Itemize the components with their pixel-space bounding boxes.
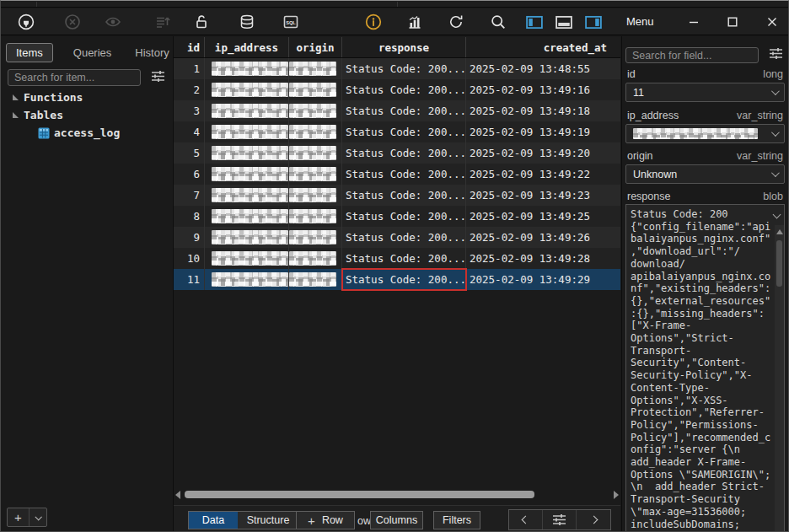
- data-grid: id ip_address origin response created_at…: [174, 36, 620, 505]
- cell-response: Status Code: 200...: [342, 142, 466, 164]
- cell-ip-address: [205, 121, 289, 142]
- cell-response: Status Code: 200...: [342, 121, 466, 142]
- table-row[interactable]: 8 Status Code: 200... 2025-02-09 13:49:2…: [174, 206, 620, 227]
- table-row[interactable]: 11 Status Code: 200... 2025-02-09 13:49:…: [174, 269, 620, 290]
- scrollbar-thumb[interactable]: [185, 491, 534, 498]
- cell-origin: [289, 100, 342, 121]
- table-row[interactable]: 10 Status Code: 200... 2025-02-09 13:49:…: [174, 248, 620, 269]
- column-header-origin[interactable]: origin: [289, 37, 342, 57]
- expand-arrow-icon[interactable]: [13, 94, 19, 100]
- cell-id: 5: [174, 142, 205, 164]
- horizontal-scrollbar[interactable]: [174, 489, 620, 500]
- layout-bottom-panel-icon[interactable]: [556, 13, 572, 30]
- scrollbar-thumb[interactable]: [776, 240, 782, 287]
- response-preview: Status Code: 200...: [346, 62, 466, 75]
- response-preview: Status Code: 200...: [346, 210, 466, 223]
- table-row[interactable]: 5 Status Code: 200... 2025-02-09 13:49:2…: [174, 142, 620, 164]
- cell-id: 8: [174, 206, 205, 227]
- redacted-ip-value: [212, 251, 288, 266]
- page-settings-button[interactable]: [543, 510, 577, 529]
- redacted-origin-value: [289, 251, 336, 266]
- cell-origin: [289, 269, 342, 290]
- visibility-icon[interactable]: [105, 13, 121, 30]
- blob-scrollbar[interactable]: [775, 225, 784, 532]
- maximize-button[interactable]: [722, 12, 743, 32]
- field-select-origin[interactable]: Unknown: [625, 164, 785, 184]
- view-mode-tabs: Data Structure: [188, 511, 299, 529]
- table-row[interactable]: 7 Status Code: 200... 2025-02-09 13:49:2…: [174, 185, 620, 206]
- filter-sliders-icon[interactable]: [769, 47, 783, 63]
- redacted-ip-value: [212, 62, 288, 76]
- table-row[interactable]: 9 Status Code: 200... 2025-02-09 13:49:2…: [174, 227, 620, 248]
- database-icon[interactable]: [239, 13, 255, 30]
- table-row[interactable]: 3 Status Code: 200... 2025-02-09 13:49:1…: [174, 100, 620, 121]
- cell-id: 7: [174, 185, 205, 206]
- layout-left-panel-icon[interactable]: [526, 13, 543, 30]
- tab-items[interactable]: Items: [6, 43, 53, 62]
- column-header-ip-address[interactable]: ip_address: [205, 37, 289, 57]
- columns-button[interactable]: Columns: [370, 511, 423, 529]
- blob-content[interactable]: Status Code: 200 {"config_filename":"api…: [631, 208, 773, 532]
- scroll-right-arrow[interactable]: [614, 491, 619, 499]
- scroll-left-arrow[interactable]: [175, 491, 180, 499]
- minimize-button[interactable]: [683, 12, 705, 32]
- table-row[interactable]: 1 Status Code: 200... 2025-02-09 13:48:5…: [174, 58, 620, 79]
- tree-node-functions[interactable]: Functions: [1, 89, 173, 106]
- column-header-response[interactable]: response: [342, 37, 466, 57]
- tab-queries[interactable]: Queries: [70, 44, 115, 62]
- add-row-button[interactable]: + Row: [296, 511, 355, 529]
- lock-open-icon[interactable]: [193, 13, 210, 30]
- close-button[interactable]: [761, 12, 783, 32]
- response-preview: Status Code: 200...: [346, 83, 466, 96]
- info-icon[interactable]: [365, 13, 382, 30]
- redacted-origin-value: [289, 209, 336, 223]
- power-connection-icon[interactable]: [18, 13, 35, 30]
- tab-data[interactable]: Data: [189, 512, 238, 529]
- cell-id: 4: [174, 121, 205, 142]
- tab-history[interactable]: History: [132, 44, 172, 62]
- column-header-created-at[interactable]: created_at: [466, 37, 620, 57]
- column-header-id[interactable]: id: [174, 37, 205, 57]
- cell-id: 11: [174, 269, 205, 290]
- chevron-down-icon: [771, 128, 780, 137]
- sql-console-icon[interactable]: SQL: [282, 13, 299, 30]
- field-name: ip_address: [627, 110, 679, 121]
- filter-sliders-icon[interactable]: [151, 70, 165, 86]
- tree-node-tables[interactable]: Tables: [1, 106, 173, 124]
- search-icon[interactable]: [490, 13, 507, 30]
- filters-button[interactable]: Filters: [433, 511, 480, 529]
- cell-response: Status Code: 200...: [342, 79, 466, 100]
- cell-origin: [289, 58, 342, 79]
- scroll-up-arrow[interactable]: [776, 229, 783, 234]
- field-search-input[interactable]: [625, 47, 759, 63]
- disconnect-icon[interactable]: [64, 13, 81, 30]
- redacted-ip-value: [212, 83, 288, 97]
- tree-node-access-log[interactable]: access_log: [1, 124, 173, 142]
- table-grid-icon: [38, 127, 50, 139]
- log-export-icon[interactable]: [154, 13, 171, 30]
- menu-button[interactable]: Menu: [626, 15, 654, 28]
- field-name: id: [627, 68, 636, 80]
- table-row[interactable]: 4 Status Code: 200... 2025-02-09 13:49:1…: [174, 121, 620, 142]
- response-preview: Status Code: 200...: [346, 126, 466, 138]
- next-page-button[interactable]: [577, 510, 610, 529]
- analytics-icon[interactable]: [406, 13, 423, 30]
- field-select-ip-address[interactable]: [625, 124, 785, 143]
- table-row[interactable]: 2 Status Code: 200... 2025-02-09 13:49:1…: [174, 79, 620, 100]
- expand-arrow-icon[interactable]: [13, 112, 19, 118]
- cell-origin: [289, 79, 342, 100]
- item-search-input[interactable]: [8, 69, 141, 86]
- add-item-dropdown[interactable]: [30, 508, 46, 526]
- field-value: Unknown: [633, 169, 677, 180]
- tab-structure[interactable]: Structure: [238, 512, 298, 529]
- add-item-button[interactable]: +: [8, 508, 30, 526]
- previous-page-button[interactable]: [509, 510, 543, 529]
- grid-header-row: id ip_address origin response created_at: [174, 37, 620, 58]
- layout-right-panel-icon[interactable]: [585, 13, 602, 30]
- blob-editor[interactable]: Status Code: 200 {"config_filename":"api…: [625, 204, 785, 532]
- field-select-id[interactable]: 11: [625, 83, 785, 102]
- table-row[interactable]: 6 Status Code: 200... 2025-02-09 13:49:2…: [174, 164, 620, 185]
- refresh-icon[interactable]: [448, 13, 464, 30]
- cell-created-at: 2025-02-09 13:49:18: [466, 100, 620, 121]
- field-editor-panel: id long 11 ip_address var_string origin …: [621, 36, 789, 532]
